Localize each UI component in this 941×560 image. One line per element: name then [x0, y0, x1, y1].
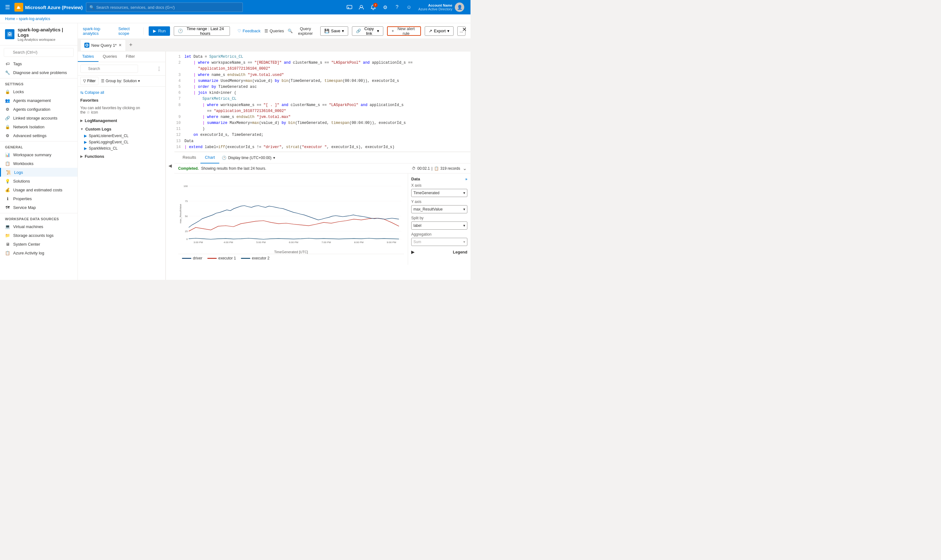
heart-icon: ♡: [237, 29, 241, 33]
sidebar-search-input[interactable]: [4, 48, 74, 57]
tables-search-input[interactable]: [80, 65, 138, 73]
sidebar-item-storage-logs[interactable]: 📁 Storage accounts logs: [0, 231, 77, 240]
svg-text:7:00 PM: 7:00 PM: [321, 241, 331, 244]
sidebar-item-logs[interactable]: 📜 Logs: [0, 168, 77, 177]
usage-costs-icon: 💰: [5, 187, 10, 192]
x-axis-chevron: ▾: [463, 191, 465, 195]
sidebar-item-properties[interactable]: ℹ Properties: [0, 194, 77, 203]
content-area: spark-log-analytics Select scope ▶ Run 🕐…: [78, 23, 470, 280]
export-button[interactable]: ↗ Export ▾: [425, 26, 454, 36]
tables-more-button[interactable]: ⋮: [155, 65, 163, 72]
sidebar-item-workspace-summary[interactable]: 📊 Workspace summary: [0, 150, 77, 159]
table-item-sparklistener[interactable]: ▶ SparkListenerEvent_CL: [84, 133, 163, 139]
table-item-sparklogging[interactable]: ▶ SparkLoggingEvent_CL: [84, 139, 163, 145]
sidebar-item-advanced-settings[interactable]: ⚙ Advanced settings: [0, 131, 77, 140]
topbar: ☰ Microsoft Azure (Preview) 🔍 7 ⚙ ? ☺ Ac…: [0, 0, 470, 14]
table-group-functions: ▶ Functions: [80, 153, 163, 160]
tab-tables[interactable]: Tables: [78, 51, 98, 62]
global-search-input[interactable]: [96, 5, 239, 10]
help-button[interactable]: ?: [392, 2, 402, 12]
sidebar-item-system-center[interactable]: 🖥 System Center: [0, 240, 77, 248]
alert-icon: +: [392, 29, 394, 33]
sidebar-item-linked-storage[interactable]: 🔗 Linked storage accounts: [0, 114, 77, 122]
split-by-select[interactable]: label ▾: [411, 222, 467, 230]
aggregation-select[interactable]: Sum ▾: [411, 238, 467, 246]
table-group-logmanagement: ▶ LogManagement: [80, 117, 163, 124]
diagnose-icon: 🔧: [5, 70, 10, 75]
table-icon: ▶: [84, 146, 87, 151]
sidebar-item-workbooks[interactable]: 📋 Workbooks: [0, 159, 77, 168]
sidebar-item-azure-activity[interactable]: 📋 Azure Activity log: [0, 248, 77, 257]
cloud-shell-button[interactable]: [344, 2, 354, 12]
global-search[interactable]: 🔍: [86, 3, 243, 12]
table-group-logmanagement-header[interactable]: ▶ LogManagement: [80, 117, 163, 124]
sidebar-item-locks[interactable]: 🔒 Locks: [0, 87, 77, 96]
y-axis-select[interactable]: max_ResultValue ▾: [411, 205, 467, 213]
main-layout: spark-log-analytics | Logs Log Analytics…: [0, 23, 470, 280]
expand-results-button[interactable]: ⌄: [463, 165, 467, 171]
functions-label: Functions: [85, 154, 104, 159]
sidebar-item-usage-costs[interactable]: 💰 Usage and estimated costs: [0, 185, 77, 194]
account-info[interactable]: Account Name Azure Active Directory 👤: [416, 3, 467, 12]
records-separator: |: [432, 166, 432, 171]
save-button[interactable]: 💾 Save ▾: [320, 26, 348, 36]
code-line: 6 | join kind=inner (: [174, 90, 470, 96]
sidebar-item-virtual-machines[interactable]: 💻 Virtual machines: [0, 222, 77, 231]
breadcrumb-home[interactable]: Home: [5, 17, 15, 21]
copy-link-button[interactable]: 🔗 Copy link ▾: [352, 26, 383, 36]
add-query-tab-button[interactable]: +: [126, 41, 135, 49]
tables-search-wrapper: 🔍: [80, 65, 154, 73]
hamburger-menu-button[interactable]: ☰: [4, 3, 11, 12]
filter-button[interactable]: ▽ Filter: [80, 77, 98, 85]
sidebar-item-solutions[interactable]: 💡 Solutions: [0, 177, 77, 185]
new-alert-rule-button[interactable]: + New alert rule: [387, 26, 421, 36]
directory-button[interactable]: [356, 2, 366, 12]
sidebar-item-service-map[interactable]: 🗺 Service Map: [0, 203, 77, 212]
time-range-button[interactable]: 🕐 Time range : Last 24 hours: [174, 26, 230, 36]
settings-button[interactable]: ⚙: [380, 2, 390, 12]
functions-header[interactable]: ▶ Functions: [80, 153, 163, 160]
split-by-settings-label: Split by: [411, 216, 467, 220]
query-explorer-button[interactable]: 🔍 Query explorer: [288, 26, 317, 36]
run-button[interactable]: ▶ Run: [149, 26, 170, 36]
feedback-button[interactable]: ☺: [404, 2, 414, 12]
sidebar-item-diagnose[interactable]: 🔧 Diagnose and solve problems: [0, 68, 77, 77]
chart-svg: 100 75 50 25 0 max_ResultValue: [178, 176, 404, 251]
sidebar-item-tags[interactable]: 🏷 Tags: [0, 59, 77, 68]
notifications-button[interactable]: 7: [368, 2, 378, 12]
collapse-panel-button[interactable]: ◀: [166, 51, 174, 280]
table-group-customlogs-header[interactable]: ▼ Custom Logs: [80, 126, 163, 133]
settings-legend-header[interactable]: ▶ Legend: [411, 250, 467, 254]
sidebar-item-agents-config[interactable]: ⚙ Agents configuration: [0, 105, 77, 114]
sidebar-item-network-isolation[interactable]: 🔒 Network Isolation: [0, 122, 77, 131]
clock-icon: 🕐: [178, 29, 183, 33]
sidebar-resource-text: spark-log-analytics | Logs Log Analytics…: [18, 27, 72, 42]
select-scope-button[interactable]: Select scope: [118, 26, 138, 36]
sidebar-item-agents-mgmt[interactable]: 👥 Agents management: [0, 96, 77, 105]
breadcrumb-resource[interactable]: spark-log-analytics: [19, 17, 50, 21]
feedback-button[interactable]: ♡ Feedback: [237, 29, 261, 33]
close-window-button[interactable]: ✕: [458, 23, 470, 36]
query-tab-close[interactable]: ✕: [118, 43, 122, 48]
link-icon: 🔗: [356, 29, 361, 33]
table-item-label: SparkLoggingEvent_CL: [89, 140, 129, 144]
query-tab-1[interactable]: New Query 1* ✕: [80, 40, 126, 51]
tab-filter[interactable]: Filter: [121, 51, 139, 62]
sidebar-resource-header: spark-log-analytics | Logs Log Analytics…: [0, 23, 77, 46]
copy-link-dropdown-icon: ▾: [377, 29, 379, 33]
x-axis-select[interactable]: TimeGenerated ▾: [411, 189, 467, 197]
tab-queries[interactable]: Queries: [98, 51, 122, 62]
queries-button[interactable]: ☰ Queries: [264, 29, 284, 33]
sidebar-item-label: Linked storage accounts: [13, 116, 57, 120]
tables-toolbar: 🔍 ⋮: [78, 62, 165, 75]
collapse-all-button[interactable]: ⇆ Collapse all: [80, 89, 163, 96]
table-item-sparkmetrics[interactable]: ▶ SparkMetrics_CL: [84, 145, 163, 152]
azure-activity-icon: 📋: [5, 250, 10, 255]
tab-results[interactable]: Results: [178, 152, 200, 163]
settings-expand-button[interactable]: »: [465, 177, 467, 182]
code-editor[interactable]: 1 let Data = SparkMetrics_CL 2 | where w…: [174, 51, 470, 152]
display-time-button[interactable]: 🕐 Display time (UTC+00:00) ▾: [222, 155, 275, 160]
sidebar-item-label: Tags: [13, 62, 22, 66]
group-by-button[interactable]: ☰ Group by: Solution ▾: [101, 79, 140, 83]
tab-chart[interactable]: Chart: [200, 152, 219, 163]
